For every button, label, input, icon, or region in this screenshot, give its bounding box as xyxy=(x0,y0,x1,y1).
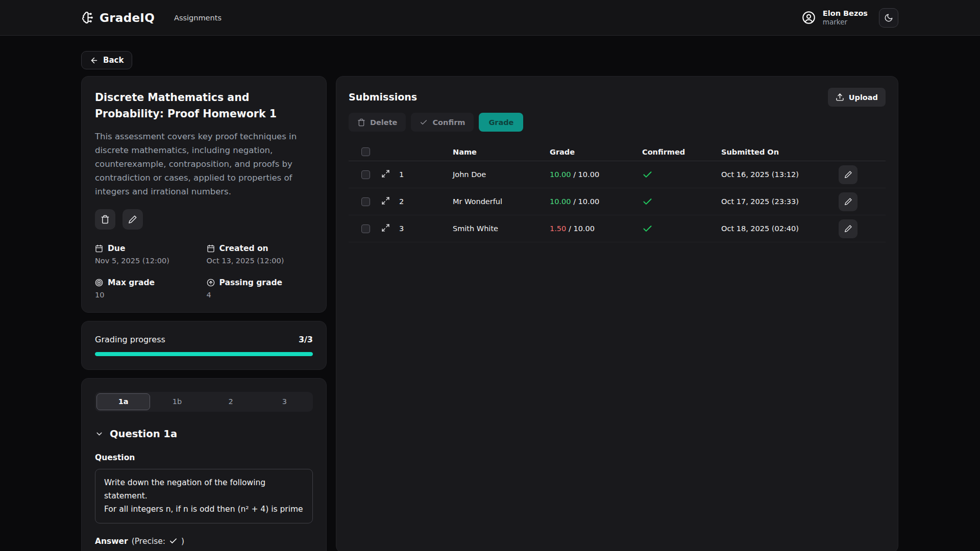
student-name: Mr Wonderful xyxy=(453,197,550,206)
user-meta: Elon Bezos marker xyxy=(823,9,868,27)
back-button[interactable]: Back xyxy=(81,51,132,69)
top-navbar: GradeIQ Assignments Elon Bezos marker xyxy=(0,0,980,36)
answer-label: Answer xyxy=(95,537,128,546)
pencil-icon xyxy=(844,170,852,179)
grading-progress-label: Grading progress xyxy=(95,335,165,344)
edit-submission-button[interactable] xyxy=(839,192,857,211)
due-detail: Due Nov 5, 2025 (12:00) xyxy=(95,244,202,265)
pencil-icon xyxy=(844,197,852,206)
brain-logo-icon xyxy=(82,11,94,24)
check-icon xyxy=(169,537,178,545)
question-label: Question xyxy=(95,453,313,462)
assignment-description: This assessment covers key proof techniq… xyxy=(95,130,313,199)
questions-card: 1a 1b 2 3 Question 1a Question Wri xyxy=(81,378,327,551)
student-name: Smith White xyxy=(453,224,550,233)
back-label: Back xyxy=(103,56,124,65)
row-index: 2 xyxy=(399,197,453,206)
pencil-icon xyxy=(128,215,137,224)
pencil-icon xyxy=(844,224,852,233)
edit-assignment-button[interactable] xyxy=(122,209,143,230)
submitted-on: Oct 16, 2025 (13:12) xyxy=(721,170,839,179)
circle-arrow-up-icon xyxy=(207,279,215,287)
precise-prefix: (Precise: xyxy=(132,537,165,546)
row-checkbox[interactable] xyxy=(361,224,370,233)
user-role: marker xyxy=(823,18,868,27)
due-value: Nov 5, 2025 (12:00) xyxy=(95,257,202,265)
page-content: Back Discrete Mathematics and Probabilit… xyxy=(0,36,980,551)
column-header-confirmed: Confirmed xyxy=(642,148,721,156)
tab-2[interactable]: 2 xyxy=(204,393,258,410)
delete-selected-button[interactable]: Delete xyxy=(349,113,406,132)
bulk-actions: Delete Confirm Grade xyxy=(349,113,886,132)
row-checkbox[interactable] xyxy=(361,170,370,179)
precise-suffix: ) xyxy=(181,537,184,546)
tab-1b[interactable]: 1b xyxy=(150,393,204,410)
answer-label-row: Answer (Precise: ) xyxy=(95,537,313,546)
upload-icon xyxy=(836,93,844,102)
column-header-name: Name xyxy=(453,148,550,156)
submissions-title: Submissions xyxy=(349,91,886,103)
column-header-grade: Grade xyxy=(550,148,642,156)
question-tabs: 1a 1b 2 3 xyxy=(95,392,313,412)
target-icon xyxy=(95,279,103,287)
progress-bar-fill xyxy=(95,352,313,356)
table-header-row: Name Grade Confirmed Submitted On xyxy=(349,143,886,161)
submissions-panel: Submissions Upload Delete xyxy=(336,76,898,551)
row-index: 3 xyxy=(399,224,453,233)
assignment-title: Discrete Mathematics and Probability: Pr… xyxy=(95,90,313,122)
user-name: Elon Bezos xyxy=(823,9,868,18)
select-all-checkbox[interactable] xyxy=(361,147,370,156)
nav-right: Elon Bezos marker xyxy=(802,8,898,28)
table-row: 1 John Doe 10.00 / 10.00 Oct 16, 2025 (1… xyxy=(349,161,886,188)
max-grade-label: Max grade xyxy=(108,278,155,287)
nav-item-assignments[interactable]: Assignments xyxy=(174,14,222,22)
upload-button[interactable]: Upload xyxy=(828,88,886,107)
brand[interactable]: GradeIQ xyxy=(82,11,155,24)
max-grade-detail: Max grade 10 xyxy=(95,278,202,299)
brand-name: GradeIQ xyxy=(100,11,155,24)
created-value: Oct 13, 2025 (12:00) xyxy=(207,257,313,265)
trash-icon xyxy=(101,215,110,224)
passing-grade-detail: Passing grade 4 xyxy=(207,278,313,299)
expand-submission-button[interactable] xyxy=(381,196,390,205)
row-index: 1 xyxy=(399,170,453,179)
question-text-box: Write down the negation of the following… xyxy=(95,469,313,523)
confirmed-check-icon xyxy=(642,196,721,207)
tab-3[interactable]: 3 xyxy=(258,393,311,410)
grade-cell: 1.50 / 10.00 xyxy=(550,224,642,233)
grading-progress-card: Grading progress 3/3 xyxy=(81,321,327,370)
confirmed-check-icon xyxy=(642,169,721,180)
check-icon xyxy=(420,118,428,127)
expand-submission-button[interactable] xyxy=(381,223,390,232)
edit-submission-button[interactable] xyxy=(839,165,857,184)
user-avatar-icon[interactable] xyxy=(802,11,816,24)
dark-mode-toggle[interactable] xyxy=(879,8,898,28)
created-detail: Created on Oct 13, 2025 (12:00) xyxy=(207,244,313,265)
trash-icon xyxy=(357,118,365,127)
edit-submission-button[interactable] xyxy=(839,219,857,238)
submissions-table: Name Grade Confirmed Submitted On xyxy=(349,143,886,242)
confirmed-check-icon xyxy=(642,223,721,234)
question-section-toggle[interactable]: Question 1a xyxy=(95,428,313,440)
arrow-left-icon xyxy=(90,56,99,65)
column-header-submitted: Submitted On xyxy=(721,148,839,156)
tab-1a[interactable]: 1a xyxy=(96,393,150,410)
calendar-icon xyxy=(207,244,215,253)
confirm-selected-button[interactable]: Confirm xyxy=(411,113,474,132)
table-row: 2 Mr Wonderful 10.00 / 10.00 Oct 17, 202… xyxy=(349,188,886,215)
expand-submission-button[interactable] xyxy=(381,169,390,178)
calendar-icon xyxy=(95,244,103,253)
passing-grade-value: 4 xyxy=(207,291,313,299)
row-checkbox[interactable] xyxy=(361,197,370,206)
grade-cell: 10.00 / 10.00 xyxy=(550,197,642,206)
grade-cell: 10.00 / 10.00 xyxy=(550,170,642,179)
assignment-card: Discrete Mathematics and Probability: Pr… xyxy=(81,76,327,313)
left-column: Discrete Mathematics and Probability: Pr… xyxy=(81,76,327,551)
grade-selected-button[interactable]: Grade xyxy=(479,113,523,132)
progress-bar-track xyxy=(95,352,313,356)
moon-icon xyxy=(884,13,893,22)
grading-progress-count: 3/3 xyxy=(299,335,313,344)
due-label: Due xyxy=(108,244,125,253)
delete-assignment-button[interactable] xyxy=(95,209,115,230)
submitted-on: Oct 18, 2025 (02:40) xyxy=(721,224,839,233)
